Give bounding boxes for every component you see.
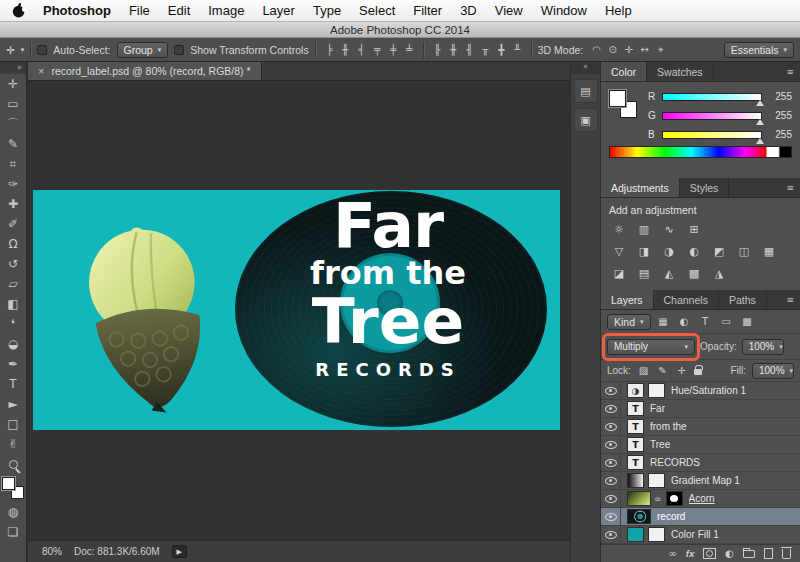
threshold-icon[interactable]: ◭ — [657, 263, 681, 283]
quick-mask-tool[interactable]: ◍ — [0, 502, 27, 522]
pen-tool[interactable]: ✒ — [0, 354, 27, 374]
color-spectrum-ramp[interactable] — [609, 146, 792, 158]
green-value[interactable]: 255 — [768, 110, 792, 121]
type-tool[interactable]: T — [0, 374, 27, 394]
menu-file[interactable]: File — [120, 0, 159, 22]
color-swatches-control[interactable] — [2, 477, 24, 499]
color-panel-swatches[interactable] — [609, 90, 639, 120]
layer-thumbnail[interactable] — [627, 491, 651, 506]
photo-filter-icon[interactable]: ◩ — [707, 241, 731, 261]
distribute-bottom-icon[interactable]: ╨ — [510, 44, 525, 55]
selective-color-icon[interactable]: ◮ — [707, 263, 731, 283]
layer-row-hue-saturation[interactable]: ◑ Hue/Saturation 1 — [601, 382, 800, 400]
menu-help[interactable]: Help — [596, 0, 641, 22]
close-icon[interactable]: × — [38, 65, 44, 77]
layer-row-record-selected[interactable]: record — [601, 508, 800, 526]
canvas-artwork[interactable]: Far from the Tree RECORDS — [33, 190, 560, 430]
filter-adjustment-layers-icon[interactable]: ◐ — [676, 316, 693, 327]
foreground-color-swatch[interactable] — [2, 477, 15, 490]
eyedropper-tool[interactable]: ✑ — [0, 174, 27, 194]
curves-icon[interactable]: ∿ — [657, 219, 681, 239]
workspace-select[interactable]: Essentials ▾ — [724, 42, 794, 58]
type-layer-icon[interactable]: T — [627, 419, 644, 434]
layer-visibility-toggle[interactable] — [601, 382, 621, 399]
color-lookup-icon[interactable]: ▦ — [757, 241, 781, 261]
layer-row-from-the[interactable]: T from the — [601, 418, 800, 436]
new-adjustment-layer-icon[interactable]: ◐ — [725, 548, 734, 559]
layer-visibility-toggle[interactable] — [601, 490, 621, 507]
tab-layers[interactable]: Layers — [601, 290, 654, 309]
adjustment-layer-icon[interactable]: ◑ — [627, 383, 644, 398]
type-layer-icon[interactable]: T — [627, 401, 644, 416]
tools-panel-collapse-icon[interactable]: » — [0, 62, 26, 74]
clone-stamp-tool[interactable]: Ω — [0, 234, 27, 254]
foreground-color-swatch[interactable] — [609, 90, 626, 107]
distribute-left-icon[interactable]: ╟ — [430, 44, 445, 55]
add-layer-mask-icon[interactable] — [703, 548, 716, 559]
filter-shape-layers-icon[interactable]: ▭ — [718, 316, 735, 327]
panel-menu-icon[interactable]: ≡ — [786, 295, 794, 305]
lock-all-icon[interactable] — [694, 369, 702, 375]
red-slider-track[interactable] — [662, 93, 762, 101]
layer-visibility-toggle[interactable] — [601, 400, 621, 417]
new-layer-icon[interactable] — [764, 548, 773, 559]
spot-healing-brush-tool[interactable]: ✚ — [0, 194, 27, 214]
gradient-map-icon[interactable]: ▩ — [682, 263, 706, 283]
align-right-icon[interactable]: ╡ — [354, 44, 369, 55]
menu-view[interactable]: View — [486, 0, 532, 22]
hand-tool[interactable]: ✌ — [0, 434, 27, 454]
layer-name[interactable]: Tree — [650, 439, 670, 450]
posterize-icon[interactable]: ▤ — [632, 263, 656, 283]
slider-knob[interactable] — [756, 119, 764, 125]
blue-slider-track[interactable] — [662, 131, 762, 139]
zoom-level-field[interactable]: 80% — [42, 546, 62, 557]
zoom-tool[interactable] — [0, 454, 27, 474]
distribute-middle-icon[interactable]: ╋ — [494, 44, 509, 55]
layer-effects-icon[interactable]: fx — [686, 548, 694, 559]
brightness-contrast-icon[interactable]: ☼ — [607, 219, 631, 239]
new-group-icon[interactable] — [743, 550, 755, 558]
eraser-tool[interactable]: ▱ — [0, 274, 27, 294]
rectangle-tool[interactable]: □ — [0, 414, 27, 434]
auto-select-checkbox[interactable] — [37, 45, 47, 55]
menu-filter[interactable]: Filter — [404, 0, 451, 22]
history-brush-tool[interactable]: ↺ — [0, 254, 27, 274]
quick-selection-tool[interactable]: ✎ — [0, 134, 27, 154]
slider-knob[interactable] — [756, 138, 764, 144]
layer-name[interactable]: Far — [650, 403, 665, 414]
brush-tool[interactable]: ✐ — [0, 214, 27, 234]
opacity-field[interactable]: 100% ▾ — [742, 339, 784, 355]
tool-preset-arrow-icon[interactable]: ▾ — [21, 46, 25, 54]
menu-edit[interactable]: Edit — [159, 0, 199, 22]
layer-mask-thumbnail[interactable] — [648, 473, 665, 488]
layer-name[interactable]: from the — [650, 421, 687, 432]
fill-field[interactable]: 100% ▾ — [752, 363, 794, 379]
layer-mask-thumbnail[interactable] — [648, 527, 665, 542]
layer-visibility-toggle[interactable] — [601, 526, 621, 543]
3d-roll-icon[interactable]: ⊙ — [605, 44, 620, 56]
levels-icon[interactable]: ▥ — [632, 219, 656, 239]
tab-adjustments[interactable]: Adjustments — [601, 178, 680, 197]
lock-position-icon[interactable]: ✛ — [675, 365, 688, 376]
tab-color[interactable]: Color — [601, 62, 647, 81]
red-value[interactable]: 255 — [768, 91, 792, 102]
layer-name[interactable]: Hue/Saturation 1 — [671, 385, 746, 396]
layer-row-far[interactable]: T Far — [601, 400, 800, 418]
auto-select-group-select[interactable]: Group ▾ — [117, 42, 169, 58]
gradient-tool[interactable]: ◧ — [0, 294, 27, 314]
type-layer-icon[interactable]: T — [627, 455, 644, 470]
expand-dock-icon[interactable]: « — [571, 62, 600, 74]
panel-menu-icon[interactable]: ≡ — [786, 183, 794, 193]
filter-pixel-layers-icon[interactable]: ▦ — [655, 316, 672, 327]
menu-3d[interactable]: 3D — [451, 0, 486, 22]
filter-type-layers-icon[interactable]: T — [697, 316, 714, 327]
layer-row-gradient-map[interactable]: Gradient Map 1 — [601, 472, 800, 490]
layer-name[interactable]: Acorn — [689, 493, 715, 504]
green-slider-track[interactable] — [662, 112, 762, 120]
layer-name[interactable]: Color Fill 1 — [671, 529, 719, 540]
tab-channels[interactable]: Channels — [654, 290, 719, 309]
align-center-h-icon[interactable]: ╫ — [338, 44, 353, 55]
distribute-center-h-icon[interactable]: ╫ — [446, 44, 461, 55]
dodge-tool[interactable]: ◒ — [0, 334, 27, 354]
layer-visibility-toggle[interactable] — [601, 454, 621, 471]
